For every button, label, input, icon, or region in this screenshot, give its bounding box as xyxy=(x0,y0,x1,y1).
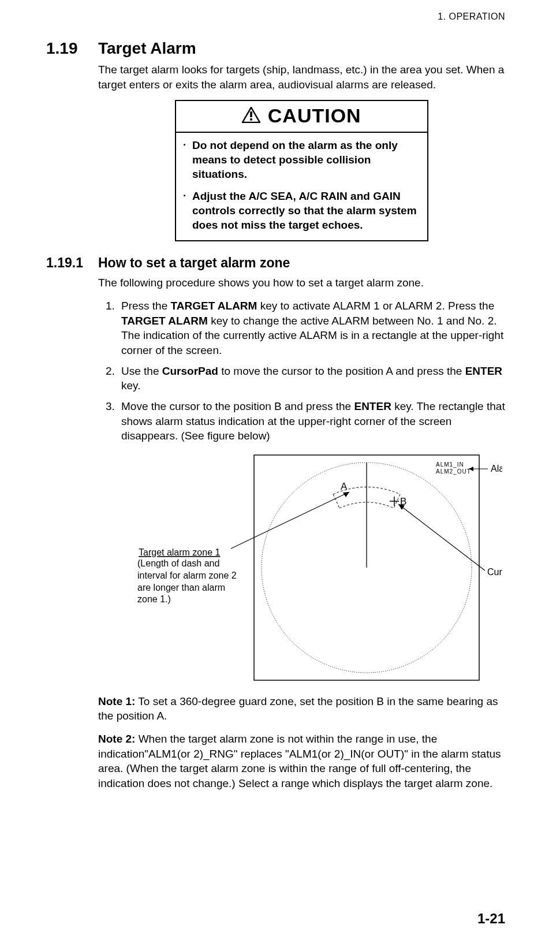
caution-body: · Do not depend on the alarm as the only… xyxy=(176,133,427,240)
note-text: When the target alarm zone is not within… xyxy=(98,733,501,789)
alm2-text: ALM2_OUT xyxy=(436,468,471,475)
caution-text-1: Do not depend on the alarm as the only m… xyxy=(192,139,420,181)
section-heading: 1.19 Target Alarm xyxy=(46,39,505,58)
caution-item: · Do not depend on the alarm as the only… xyxy=(183,139,420,181)
cursor-cross-icon xyxy=(390,497,399,506)
subsection-intro: The following procedure shows you how to… xyxy=(98,275,505,290)
warning-icon xyxy=(242,107,260,125)
alarm-zone-figure: ALM1_IN ALM2_OUT A B xyxy=(133,449,502,686)
step-text: to move the cursor to the position A and… xyxy=(218,365,465,377)
alm1-text: ALM1_IN xyxy=(436,461,464,468)
step-text: Press the xyxy=(121,300,171,312)
running-header: 1. OPERATION xyxy=(46,12,505,22)
note-1: Note 1: To set a 360-degree guard zone, … xyxy=(98,694,505,724)
caution-label: CAUTION xyxy=(268,105,361,126)
zone-desc-callout: (Length of dash and interval for alarm z… xyxy=(137,558,238,606)
step-text: key to activate ALARM 1 or ALARM 2. Pres… xyxy=(257,300,494,312)
key-name: CursorPad xyxy=(162,365,218,377)
caution-item: · Adjust the A/C SEA, A/C RAIN and GAIN … xyxy=(183,189,420,232)
key-name: TARGET ALARM xyxy=(121,315,208,327)
subsection-title: How to set a target alarm zone xyxy=(98,255,290,271)
cursor-callout: Cursor xyxy=(487,567,502,577)
alarm-status-callout: Alarm status xyxy=(491,464,502,473)
section-intro: The target alarm looks for targets (ship… xyxy=(98,62,505,92)
zone-title-callout: Target alarm zone 1 xyxy=(139,547,221,557)
caution-header: CAUTION xyxy=(176,101,427,133)
subsection-heading: 1.19.1 How to set a target alarm zone xyxy=(46,255,505,271)
step-text: Use the xyxy=(121,365,162,377)
note-label: Note 2: xyxy=(98,733,135,745)
step-2: Use the CursorPad to move the cursor to … xyxy=(118,364,505,393)
bullet-icon: · xyxy=(183,139,190,181)
subsection-number: 1.19.1 xyxy=(46,255,98,271)
step-text: Move the cursor to the position B and pr… xyxy=(121,400,354,412)
svg-line-14 xyxy=(231,492,349,549)
section-number: 1.19 xyxy=(46,39,98,58)
svg-rect-2 xyxy=(251,118,253,121)
caution-text-2: Adjust the A/C SEA, A/C RAIN and GAIN co… xyxy=(192,189,420,232)
note-label: Note 1: xyxy=(98,695,135,707)
step-1: Press the TARGET ALARM key to activate A… xyxy=(118,299,505,358)
svg-line-12 xyxy=(398,504,485,571)
key-name: TARGET ALARM xyxy=(171,300,257,312)
section-title: Target Alarm xyxy=(98,39,196,58)
point-a-label: A xyxy=(341,481,348,492)
note-text: To set a 360-degree guard zone, set the … xyxy=(98,695,498,722)
key-name: ENTER xyxy=(354,400,391,412)
caution-box: CAUTION · Do not depend on the alarm as … xyxy=(175,100,428,241)
svg-rect-1 xyxy=(251,111,253,117)
step-text: key. xyxy=(121,379,140,392)
svg-line-6 xyxy=(333,494,339,508)
key-name: ENTER xyxy=(465,365,502,377)
bullet-icon: · xyxy=(183,189,190,232)
procedure-list: Press the TARGET ALARM key to activate A… xyxy=(98,299,505,443)
note-2: Note 2: When the target alarm zone is no… xyxy=(98,732,505,791)
step-3: Move the cursor to the position B and pr… xyxy=(118,399,505,443)
page-number: 1-21 xyxy=(477,911,505,927)
